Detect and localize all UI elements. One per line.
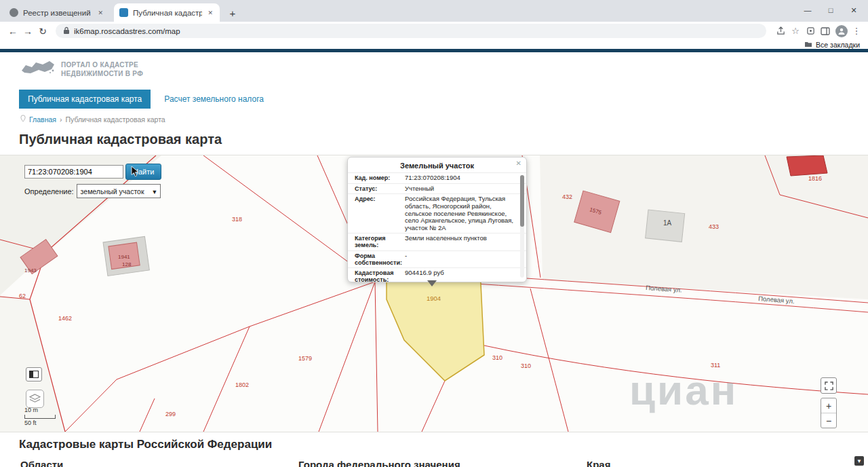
- site-logo[interactable]: ПОРТАЛ О КАДАСТРЕ НЕДВИЖИМОСТИ В РФ: [20, 58, 868, 79]
- scroll-down-button[interactable]: ▼: [854, 456, 864, 466]
- parcel-info-popup: Земельный участок ✕ Кад. номер: 71:23:07…: [347, 157, 527, 282]
- folder-icon: [804, 41, 812, 49]
- svg-text:Полевая ул.: Полевая ул.: [758, 295, 795, 305]
- tab-title: Публичная кадастровая ка: [133, 9, 202, 17]
- zoom-in-button[interactable]: +: [821, 398, 836, 413]
- legend-icon: [29, 371, 39, 378]
- nav-tab-land-tax[interactable]: Расчет земельного налога: [164, 94, 264, 104]
- layers-button[interactable]: [26, 390, 44, 408]
- scale-line: [24, 415, 56, 419]
- nav-tab-cadastral-map[interactable]: Публичная кадастровая карта: [19, 90, 151, 109]
- svg-text:318: 318: [232, 216, 242, 223]
- legend-button[interactable]: [26, 367, 42, 381]
- column-regions[interactable]: Области: [20, 459, 63, 467]
- svg-text:Полевая ул.: Полевая ул.: [646, 284, 682, 294]
- url-text: ik6map.roscadastres.com/map: [74, 27, 180, 35]
- tab-registry[interactable]: Реестр извещений ✕: [4, 3, 110, 22]
- column-krais[interactable]: Края: [587, 459, 610, 467]
- fullscreen-button[interactable]: [821, 377, 837, 394]
- window-maximize-button[interactable]: □: [819, 6, 842, 14]
- browser-tab-strip: Реестр извещений ✕ Публичная кадастровая…: [0, 0, 868, 22]
- svg-text:432: 432: [562, 193, 572, 200]
- svg-text:310: 310: [521, 362, 531, 369]
- object-type-select[interactable]: земельный участок ▾: [77, 184, 161, 198]
- object-type-filter: Определение: земельный участок ▾: [24, 184, 161, 198]
- footer-columns: Области Города федерального значения Кра…: [0, 459, 868, 467]
- svg-text:1943: 1943: [24, 267, 37, 274]
- window-minimize-button[interactable]: —: [796, 6, 819, 14]
- svg-text:310: 310: [492, 354, 502, 361]
- browser-menu-icon[interactable]: ⋮: [850, 26, 863, 36]
- window-controls: — □ ✕: [796, 0, 865, 20]
- lock-icon: [63, 26, 70, 36]
- popup-row: Адрес: Российская Федерация, Тульская об…: [348, 193, 526, 233]
- bookmark-star-icon[interactable]: ☆: [789, 26, 802, 36]
- svg-text:1462: 1462: [58, 315, 72, 322]
- site-nav: Публичная кадастровая карта Расчет земел…: [19, 90, 868, 109]
- tab-close-icon[interactable]: ✕: [96, 8, 104, 18]
- footer-heading: Кадастровые карты Российской Федерации: [19, 438, 868, 451]
- popup-scrollbar[interactable]: [520, 175, 524, 278]
- svg-text:1579: 1579: [298, 355, 312, 362]
- profile-avatar[interactable]: [835, 25, 848, 37]
- chevron-down-icon: ▾: [153, 187, 156, 195]
- browser-toolbar: ← → ↻ ik6map.roscadastres.com/map ☆ ⋮: [0, 22, 868, 40]
- page-title: Публичная кадастровая карта: [19, 132, 868, 147]
- popup-row: Статус: Учтенный: [348, 183, 526, 194]
- breadcrumb-home-link[interactable]: Главная: [29, 115, 56, 124]
- tab-cadastral-map[interactable]: Публичная кадастровая ка ✕: [114, 3, 220, 22]
- zoom-out-button[interactable]: −: [821, 413, 836, 428]
- cian-watermark: циан: [629, 366, 738, 414]
- back-button[interactable]: ←: [5, 26, 20, 37]
- svg-text:128: 128: [122, 261, 132, 267]
- svg-text:1941: 1941: [118, 254, 130, 260]
- cadastral-number-input[interactable]: [24, 165, 123, 179]
- zoom-controls: + −: [821, 398, 837, 428]
- russia-map-logo-icon: [20, 58, 56, 79]
- extensions-icon[interactable]: [804, 26, 816, 35]
- new-tab-button[interactable]: +: [225, 7, 240, 19]
- footer: Кадастровые карты Российской Федерации О…: [0, 438, 868, 467]
- svg-text:1А: 1А: [663, 219, 672, 227]
- side-panel-icon[interactable]: [819, 27, 831, 35]
- all-bookmarks-label[interactable]: Все закладки: [816, 41, 860, 49]
- popup-row: Кад. номер: 71:23:070208:1904: [348, 172, 526, 183]
- breadcrumb-separator: ›: [60, 115, 62, 124]
- svg-text:433: 433: [709, 223, 719, 230]
- filter-label: Определение:: [24, 187, 74, 195]
- tab-title: Реестр извещений: [23, 9, 92, 17]
- map-favicon-icon: [119, 8, 128, 17]
- svg-text:1816: 1816: [808, 175, 822, 182]
- scale-bar: 10 m 50 ft: [24, 407, 56, 427]
- breadcrumb-current: Публичная кадастровая карта: [65, 115, 165, 124]
- red-building: [787, 155, 827, 176]
- svg-text:1904: 1904: [427, 295, 441, 302]
- popup-tail: [427, 280, 437, 286]
- globe-favicon-icon: [9, 8, 18, 17]
- svg-text:1802: 1802: [235, 381, 249, 388]
- bookmarks-bar: Все закладки: [0, 40, 868, 49]
- cadastral-map[interactable]: 62 1462 1943 1941 128 318 1579 1802 299 …: [0, 155, 868, 432]
- fullscreen-icon: [825, 381, 833, 390]
- share-icon[interactable]: [774, 26, 787, 35]
- breadcrumb: Главная › Публичная кадастровая карта: [20, 115, 868, 124]
- map-search: Найти: [24, 164, 161, 180]
- logo-text: ПОРТАЛ О КАДАСТРЕ НЕДВИЖИМОСТИ В РФ: [61, 60, 143, 78]
- scale-feet: 50 ft: [24, 419, 56, 427]
- popup-close-icon[interactable]: ✕: [516, 160, 521, 167]
- reload-button[interactable]: ↻: [35, 26, 50, 37]
- column-federal-cities[interactable]: Города федерального значения: [298, 459, 460, 467]
- popup-row: Кадастровая стоимость: 904416.9 руб: [348, 267, 526, 282]
- popup-row: Категория земель: Земли населенных пункт…: [348, 233, 526, 250]
- location-pin-icon: [20, 115, 26, 124]
- svg-text:62: 62: [19, 293, 26, 299]
- window-close-button[interactable]: ✕: [842, 6, 865, 15]
- mouse-cursor-icon: [131, 166, 140, 180]
- tab-close-icon[interactable]: ✕: [206, 8, 214, 18]
- layers-icon: [29, 394, 41, 404]
- address-bar[interactable]: ik6map.roscadastres.com/map: [56, 24, 766, 38]
- svg-text:299: 299: [165, 411, 176, 417]
- popup-scrollbar-thumb[interactable]: [520, 175, 524, 227]
- forward-button[interactable]: →: [20, 26, 35, 37]
- popup-row: Форма собственности: -: [348, 250, 526, 267]
